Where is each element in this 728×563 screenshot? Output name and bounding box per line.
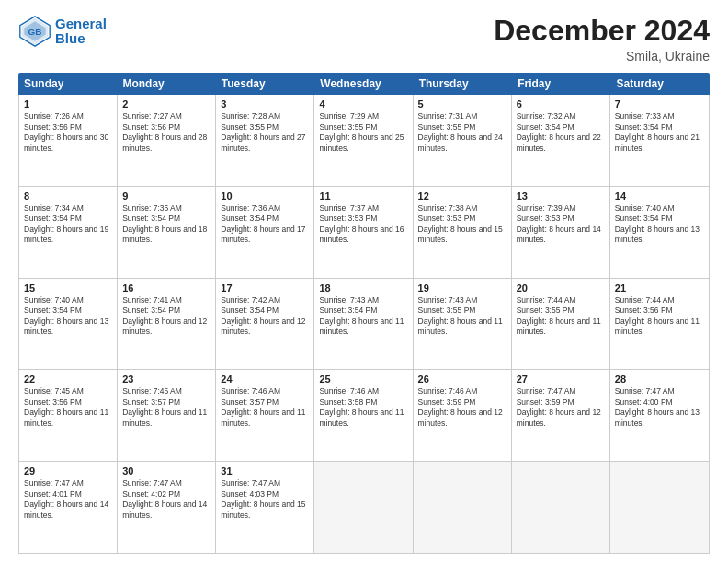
calendar-cell: 13Sunrise: 7:39 AMSunset: 3:53 PMDayligh… [512, 187, 610, 278]
day-number: 6 [517, 98, 605, 109]
logo: GB General Blue [18, 15, 107, 48]
calendar-cell: 10Sunrise: 7:36 AMSunset: 3:54 PMDayligh… [216, 187, 314, 278]
cell-info: Sunrise: 7:28 AMSunset: 3:55 PMDaylight:… [221, 111, 305, 152]
cell-info: Sunrise: 7:44 AMSunset: 3:56 PMDaylight:… [615, 295, 700, 336]
calendar-cell [314, 462, 413, 553]
day-number: 10 [221, 190, 309, 201]
calendar-cell: 18Sunrise: 7:43 AMSunset: 3:54 PMDayligh… [314, 279, 413, 370]
calendar-cell: 4Sunrise: 7:29 AMSunset: 3:55 PMDaylight… [314, 95, 413, 186]
logo-text: General Blue [55, 17, 107, 47]
day-number: 16 [122, 282, 210, 293]
cell-info: Sunrise: 7:38 AMSunset: 3:53 PMDaylight:… [418, 203, 503, 244]
day-number: 3 [221, 98, 309, 109]
cell-info: Sunrise: 7:45 AMSunset: 3:57 PMDaylight:… [122, 386, 207, 427]
calendar-cell: 16Sunrise: 7:41 AMSunset: 3:54 PMDayligh… [118, 279, 216, 370]
cell-info: Sunrise: 7:26 AMSunset: 3:56 PMDaylight:… [24, 111, 108, 152]
cell-info: Sunrise: 7:47 AMSunset: 4:02 PMDaylight:… [122, 478, 207, 519]
calendar-cell: 8Sunrise: 7:34 AMSunset: 3:54 PMDaylight… [19, 187, 118, 278]
day-number: 9 [122, 190, 210, 201]
calendar-cell: 24Sunrise: 7:46 AMSunset: 3:57 PMDayligh… [216, 370, 314, 461]
cell-info: Sunrise: 7:43 AMSunset: 3:54 PMDaylight:… [319, 295, 404, 336]
calendar-row: 8Sunrise: 7:34 AMSunset: 3:54 PMDaylight… [19, 187, 709, 279]
header-friday: Friday [512, 73, 610, 95]
calendar-cell: 19Sunrise: 7:43 AMSunset: 3:55 PMDayligh… [414, 279, 512, 370]
day-number: 17 [221, 282, 309, 293]
cell-info: Sunrise: 7:46 AMSunset: 3:57 PMDaylight:… [221, 386, 305, 427]
cell-info: Sunrise: 7:42 AMSunset: 3:54 PMDaylight:… [221, 295, 305, 336]
cell-info: Sunrise: 7:46 AMSunset: 3:58 PMDaylight:… [319, 386, 404, 427]
cell-info: Sunrise: 7:41 AMSunset: 3:54 PMDaylight:… [122, 295, 207, 336]
title-area: December 2024 Smila, Ukraine [494, 15, 710, 63]
cell-info: Sunrise: 7:32 AMSunset: 3:54 PMDaylight:… [517, 111, 601, 152]
day-number: 12 [418, 190, 506, 201]
header-saturday: Saturday [611, 73, 710, 95]
cell-info: Sunrise: 7:43 AMSunset: 3:55 PMDaylight:… [418, 295, 503, 336]
calendar-cell: 5Sunrise: 7:31 AMSunset: 3:55 PMDaylight… [414, 95, 512, 186]
calendar-cell: 23Sunrise: 7:45 AMSunset: 3:57 PMDayligh… [118, 370, 216, 461]
day-number: 22 [24, 373, 112, 385]
day-number: 28 [615, 373, 704, 385]
cell-info: Sunrise: 7:29 AMSunset: 3:55 PMDaylight:… [319, 111, 404, 152]
cell-info: Sunrise: 7:47 AMSunset: 4:03 PMDaylight:… [221, 478, 305, 519]
calendar-row: 29Sunrise: 7:47 AMSunset: 4:01 PMDayligh… [19, 462, 709, 553]
calendar-cell: 2Sunrise: 7:27 AMSunset: 3:56 PMDaylight… [118, 95, 216, 186]
cell-info: Sunrise: 7:46 AMSunset: 3:59 PMDaylight:… [418, 386, 503, 427]
cell-info: Sunrise: 7:40 AMSunset: 3:54 PMDaylight:… [24, 295, 108, 336]
day-number: 21 [615, 282, 704, 293]
calendar-body: 1Sunrise: 7:26 AMSunset: 3:56 PMDaylight… [18, 95, 710, 554]
day-number: 24 [221, 373, 309, 385]
day-number: 7 [615, 98, 704, 109]
page: GB General Blue December 2024 Smila, Ukr… [0, 0, 728, 563]
calendar-cell: 7Sunrise: 7:33 AMSunset: 3:54 PMDaylight… [610, 95, 709, 186]
calendar-row: 22Sunrise: 7:45 AMSunset: 3:56 PMDayligh… [19, 370, 709, 462]
day-number: 11 [319, 190, 407, 201]
calendar-cell: 31Sunrise: 7:47 AMSunset: 4:03 PMDayligh… [216, 462, 314, 553]
calendar-cell: 26Sunrise: 7:46 AMSunset: 3:59 PMDayligh… [414, 370, 512, 461]
logo-icon: GB [18, 15, 51, 48]
location: Smila, Ukraine [494, 49, 710, 63]
header-sunday: Sunday [18, 73, 117, 95]
calendar-cell: 20Sunrise: 7:44 AMSunset: 3:55 PMDayligh… [512, 279, 610, 370]
calendar-cell: 14Sunrise: 7:40 AMSunset: 3:54 PMDayligh… [610, 187, 709, 278]
cell-info: Sunrise: 7:37 AMSunset: 3:53 PMDaylight:… [319, 203, 404, 244]
calendar-cell [414, 462, 512, 553]
cell-info: Sunrise: 7:44 AMSunset: 3:55 PMDaylight:… [517, 295, 601, 336]
calendar-cell: 22Sunrise: 7:45 AMSunset: 3:56 PMDayligh… [19, 370, 118, 461]
day-number: 26 [418, 373, 506, 385]
calendar-cell: 28Sunrise: 7:47 AMSunset: 4:00 PMDayligh… [610, 370, 709, 461]
cell-info: Sunrise: 7:47 AMSunset: 3:59 PMDaylight:… [517, 386, 601, 427]
cell-info: Sunrise: 7:40 AMSunset: 3:54 PMDaylight:… [615, 203, 700, 244]
calendar-cell: 12Sunrise: 7:38 AMSunset: 3:53 PMDayligh… [414, 187, 512, 278]
calendar-cell [610, 462, 709, 553]
day-number: 15 [24, 282, 112, 293]
cell-info: Sunrise: 7:33 AMSunset: 3:54 PMDaylight:… [615, 111, 700, 152]
calendar-cell: 1Sunrise: 7:26 AMSunset: 3:56 PMDaylight… [19, 95, 118, 186]
month-title: December 2024 [494, 15, 710, 47]
cell-info: Sunrise: 7:47 AMSunset: 4:00 PMDaylight:… [615, 386, 700, 427]
calendar-cell: 3Sunrise: 7:28 AMSunset: 3:55 PMDaylight… [216, 95, 314, 186]
cell-info: Sunrise: 7:31 AMSunset: 3:55 PMDaylight:… [418, 111, 503, 152]
header-thursday: Thursday [414, 73, 512, 95]
day-number: 4 [319, 98, 407, 109]
calendar-cell [512, 462, 610, 553]
day-number: 27 [517, 373, 605, 385]
cell-info: Sunrise: 7:39 AMSunset: 3:53 PMDaylight:… [517, 203, 601, 244]
day-number: 1 [24, 98, 112, 109]
calendar-row: 1Sunrise: 7:26 AMSunset: 3:56 PMDaylight… [19, 95, 709, 187]
header-monday: Monday [117, 73, 215, 95]
cell-info: Sunrise: 7:47 AMSunset: 4:01 PMDaylight:… [24, 478, 108, 519]
day-number: 29 [24, 465, 112, 477]
day-number: 20 [517, 282, 605, 293]
calendar-cell: 30Sunrise: 7:47 AMSunset: 4:02 PMDayligh… [118, 462, 216, 553]
cell-info: Sunrise: 7:27 AMSunset: 3:56 PMDaylight:… [122, 111, 207, 152]
header-wednesday: Wednesday [314, 73, 413, 95]
day-number: 23 [122, 373, 210, 385]
cell-info: Sunrise: 7:45 AMSunset: 3:56 PMDaylight:… [24, 386, 108, 427]
day-number: 13 [517, 190, 605, 201]
calendar-cell: 17Sunrise: 7:42 AMSunset: 3:54 PMDayligh… [216, 279, 314, 370]
day-number: 31 [221, 465, 309, 477]
day-number: 2 [122, 98, 210, 109]
calendar-header: Sunday Monday Tuesday Wednesday Thursday… [18, 73, 710, 95]
calendar-cell: 6Sunrise: 7:32 AMSunset: 3:54 PMDaylight… [512, 95, 610, 186]
calendar-row: 15Sunrise: 7:40 AMSunset: 3:54 PMDayligh… [19, 279, 709, 371]
